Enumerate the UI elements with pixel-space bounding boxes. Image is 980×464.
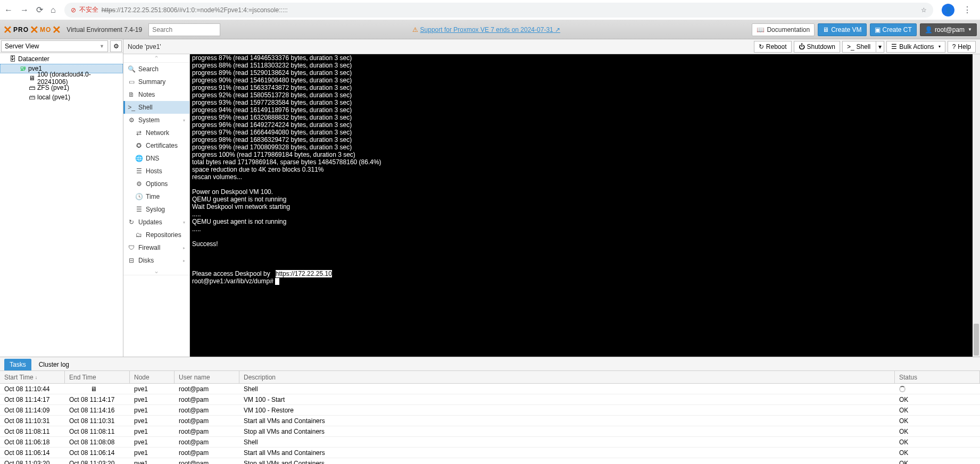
nav-firewall[interactable]: 🛡Firewall▸: [123, 241, 189, 254]
task-row[interactable]: Oct 08 11:06:18Oct 08 11:08:08pve1root@p…: [0, 437, 980, 448]
task-row[interactable]: Oct 08 11:14:09Oct 08 11:14:16pve1root@p…: [0, 405, 980, 416]
cell-user: root@pam: [175, 437, 239, 447]
url-bar[interactable]: ⊘ 不安全 https://172.22.25.251:8006/#v1:0:=…: [64, 3, 933, 18]
tree-vm-100[interactable]: 🖥100 (doracloud4.0-20241006): [0, 73, 123, 83]
eol-link[interactable]: Support for Proxmox VE 7 ends on 2024-07…: [420, 26, 561, 33]
cell-end: Oct 08 11:08:11: [65, 426, 130, 436]
tree-storage-local[interactable]: 🗃local (pve1): [0, 92, 123, 102]
scroll-up-button[interactable]: ⌃: [123, 54, 189, 63]
nav-options[interactable]: ⚙Options: [123, 178, 189, 190]
chevron-down-icon[interactable]: ▾: [876, 41, 884, 52]
cell-status: OK: [895, 448, 980, 458]
eol-warning: ⚠ Support for Proxmox VE 7 ends on 2024-…: [412, 26, 561, 33]
nav-system[interactable]: ⚙System▾: [123, 114, 189, 126]
help-button[interactable]: ?Help: [948, 41, 976, 53]
create-vm-button[interactable]: 🖥Create VM: [818, 23, 866, 36]
view-selector[interactable]: Server View▼: [1, 40, 108, 52]
task-grid-body: Oct 08 11:10:44🖥pve1root@pamShellOct 08 …: [0, 384, 980, 464]
cell-node: pve1: [130, 426, 175, 436]
cell-desc: Start all VMs and Containers: [239, 448, 895, 458]
col-end-time[interactable]: End Time: [65, 371, 130, 383]
col-node[interactable]: Node: [130, 371, 175, 383]
create-ct-button[interactable]: ▣Create CT: [870, 23, 917, 36]
task-row[interactable]: Oct 08 11:03:20Oct 08 11:03:20pve1root@p…: [0, 458, 980, 464]
forward-icon[interactable]: →: [20, 5, 29, 15]
nav-syslog[interactable]: ☰Syslog: [123, 203, 189, 216]
nav-shell[interactable]: >_Shell: [123, 101, 189, 114]
back-icon[interactable]: ←: [4, 5, 13, 15]
col-status[interactable]: Status: [895, 371, 980, 383]
storage-icon: 🗃: [29, 84, 35, 91]
search-icon: 🔍: [128, 65, 135, 73]
nav-network[interactable]: ⇄Network: [123, 126, 189, 139]
shell-terminal[interactable]: progress 87% (read 14946533376 bytes, du…: [190, 54, 980, 357]
search-input[interactable]: [148, 23, 220, 36]
col-user[interactable]: User name: [175, 371, 239, 383]
task-row[interactable]: Oct 08 11:08:11Oct 08 11:08:11pve1root@p…: [0, 426, 980, 437]
vm-icon: 🖥: [29, 74, 35, 82]
col-start-time[interactable]: Start Time↓: [0, 371, 65, 383]
disk-icon: ⊟: [128, 257, 135, 264]
documentation-button[interactable]: 📖Documentation: [752, 23, 815, 36]
task-row[interactable]: Oct 08 11:06:14Oct 08 11:06:14pve1root@p…: [0, 448, 980, 458]
user-menu-button[interactable]: 👤root@pam▼: [920, 23, 977, 36]
nav-hosts[interactable]: ☰Hosts: [123, 165, 189, 178]
nav-search[interactable]: 🔍Search: [123, 63, 189, 75]
cogs-icon: ⚙: [128, 116, 135, 124]
tree-datacenter[interactable]: 🗄Datacenter: [0, 54, 123, 64]
cell-user: root@pam: [175, 458, 239, 464]
node-sidenav: ⌃ 🔍Search ▭Summary 🗎Notes >_Shell ⚙Syste…: [123, 54, 190, 357]
reboot-button[interactable]: ↻Reboot: [754, 41, 792, 53]
nav-notes[interactable]: 🗎Notes: [123, 88, 189, 101]
nav-disks[interactable]: ⊟Disks▸: [123, 254, 189, 267]
shell-button[interactable]: >_Shell▾: [842, 41, 884, 53]
scroll-down-button[interactable]: ⌄: [123, 267, 189, 275]
task-row[interactable]: Oct 08 11:14:17Oct 08 11:14:17pve1root@p…: [0, 394, 980, 405]
monitor-icon: 🖥: [823, 26, 829, 33]
user-icon: 👤: [925, 26, 933, 33]
chevron-down-icon: ▾: [183, 118, 185, 123]
col-description[interactable]: Description: [239, 371, 895, 383]
home-icon[interactable]: ⌂: [51, 5, 56, 15]
cell-desc: Shell: [239, 437, 895, 447]
profile-icon[interactable]: 👤: [942, 4, 954, 16]
cell-desc: Stop all VMs and Containers: [239, 426, 895, 436]
cell-node: pve1: [130, 416, 175, 426]
network-icon: ⇄: [135, 129, 143, 137]
menu-icon[interactable]: ⋮: [959, 5, 976, 15]
cube-icon: ▣: [875, 26, 881, 33]
cell-user: root@pam: [175, 405, 239, 415]
nav-dns[interactable]: 🌐DNS: [123, 152, 189, 165]
repo-icon: 🗂: [135, 231, 143, 239]
reload-icon[interactable]: ⟳: [36, 5, 43, 15]
globe-icon: 🌐: [135, 155, 143, 162]
shutdown-button[interactable]: ⏻Shutdown: [794, 41, 840, 53]
tab-tasks[interactable]: Tasks: [4, 359, 31, 370]
cell-status: OK: [895, 458, 980, 464]
cell-start: Oct 08 11:14:17: [0, 394, 65, 404]
tree-settings-button[interactable]: ⚙: [110, 40, 122, 52]
nav-repositories[interactable]: 🗂Repositories: [123, 229, 189, 241]
task-row[interactable]: Oct 08 11:10:44🖥pve1root@pamShell: [0, 384, 980, 394]
cell-desc: Start all VMs and Containers: [239, 416, 895, 426]
sort-desc-icon: ↓: [35, 375, 38, 380]
task-panel: Tasks Cluster log Start Time↓ End Time N…: [0, 357, 980, 464]
cell-node: pve1: [130, 384, 175, 394]
cell-end: Oct 08 11:06:14: [65, 448, 130, 458]
cell-start: Oct 08 11:10:44: [0, 384, 65, 394]
nav-summary[interactable]: ▭Summary: [123, 75, 189, 88]
cell-user: root@pam: [175, 384, 239, 394]
cell-status: OK: [895, 405, 980, 415]
certificate-icon: ✪: [135, 142, 143, 149]
task-row[interactable]: Oct 08 11:10:31Oct 08 11:10:31pve1root@p…: [0, 416, 980, 426]
content-title: Node 'pve1': [128, 43, 752, 50]
bookmark-icon[interactable]: ☆: [921, 6, 927, 14]
nav-time[interactable]: 🕓Time: [123, 190, 189, 203]
tab-cluster-log[interactable]: Cluster log: [34, 359, 74, 370]
shield-icon: 🛡: [128, 244, 135, 251]
nav-certificates[interactable]: ✪Certificates: [123, 139, 189, 152]
nav-updates[interactable]: ↻Updates▾: [123, 216, 189, 229]
summary-icon: ▭: [128, 78, 135, 86]
bulk-actions-button[interactable]: ☰Bulk Actions▾: [886, 41, 945, 53]
terminal-scrollbar[interactable]: [973, 54, 980, 357]
